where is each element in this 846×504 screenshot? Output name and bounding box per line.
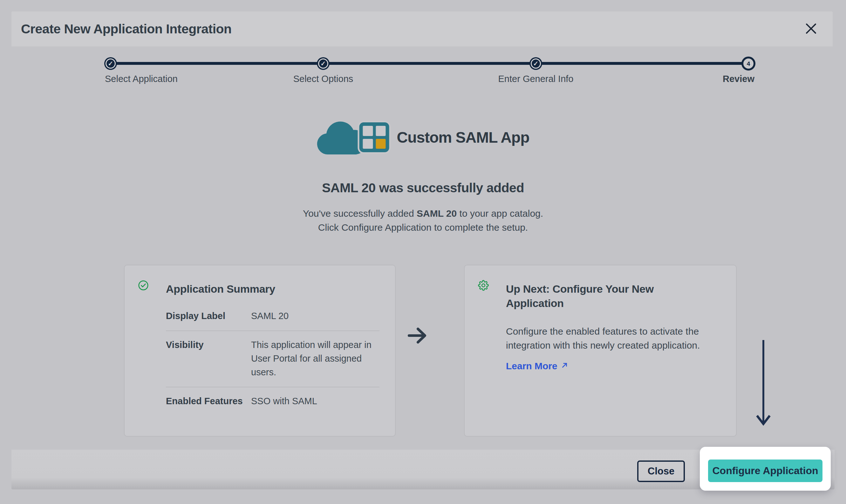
up-next-card-body: Configure the enabled features to activa… [506,324,709,353]
row-value: This application will appear in User Por… [251,338,379,379]
success-line1-suffix: to your app catalog. [457,208,543,219]
step-label-select-options: Select Options [293,74,354,84]
check-icon: ✓ [533,60,539,67]
grid-cell [363,126,373,136]
gear-icon [478,280,489,291]
page-title: Create New Application Integration [21,22,232,37]
summary-row-display-label: Display Label SAML 20 [166,302,379,331]
summary-card-title: Application Summary [166,282,275,296]
learn-more-link[interactable]: Learn More [506,361,569,372]
modal-close-button[interactable] [802,20,820,38]
row-label: Visibility [166,338,251,379]
success-message: You've successfully added SAML 20 to you… [0,206,846,235]
step-label-review: Review [723,74,755,84]
up-next-card: Up Next: Configure Your New Application … [464,265,737,437]
right-arrow-icon [408,326,428,346]
step-1-complete-icon: ✓ [104,57,117,70]
success-line1-prefix: You've successfully added [303,208,417,219]
success-line1-bold: SAML 20 [417,208,457,219]
modal-header: Create New Application Integration [12,12,833,47]
app-logo: Custom SAML App [317,120,529,155]
close-icon [805,22,817,36]
application-summary-card: Application Summary Display Label SAML 2… [124,265,396,437]
learn-more-label: Learn More [506,361,557,372]
grid-icon [359,122,389,152]
step-label-enter-general-info: Enter General Info [498,74,574,84]
row-value: SAML 20 [251,309,379,323]
grid-cell-accent [376,139,386,149]
logo-text: Custom SAML App [397,129,529,146]
close-button[interactable]: Close [637,461,685,482]
summary-row-visibility: Visibility This application will appear … [166,331,379,388]
grid-cell [376,126,386,136]
row-value: SSO with SAML [251,394,379,408]
page-background: Create New Application Integration ✓ ✓ ✓… [0,0,846,504]
external-link-icon [561,361,569,372]
configure-application-button[interactable]: Configure Application [708,460,823,482]
down-arrow-annotation-icon [756,339,771,432]
summary-rows: Display Label SAML 20 Visibility This ap… [166,302,379,416]
check-icon: ✓ [321,60,326,67]
row-label: Enabled Features [166,394,251,408]
step-2-complete-icon: ✓ [317,57,329,70]
stepper-track [111,62,749,65]
success-line2: Click Configure Application to complete … [318,222,528,233]
check-circle-icon [138,280,149,291]
step-4-current-icon: 4 [741,57,755,71]
grid-cell [363,139,373,149]
success-heading: SAML 20 was successfully added [0,180,846,195]
step-3-complete-icon: ✓ [529,57,542,70]
step-label-select-application: Select Application [105,74,178,84]
summary-row-enabled-features: Enabled Features SSO with SAML [166,388,379,416]
step-number: 4 [747,61,750,67]
check-icon: ✓ [108,60,113,67]
row-label: Display Label [166,309,251,323]
up-next-card-title: Up Next: Configure Your New Application [506,282,665,310]
